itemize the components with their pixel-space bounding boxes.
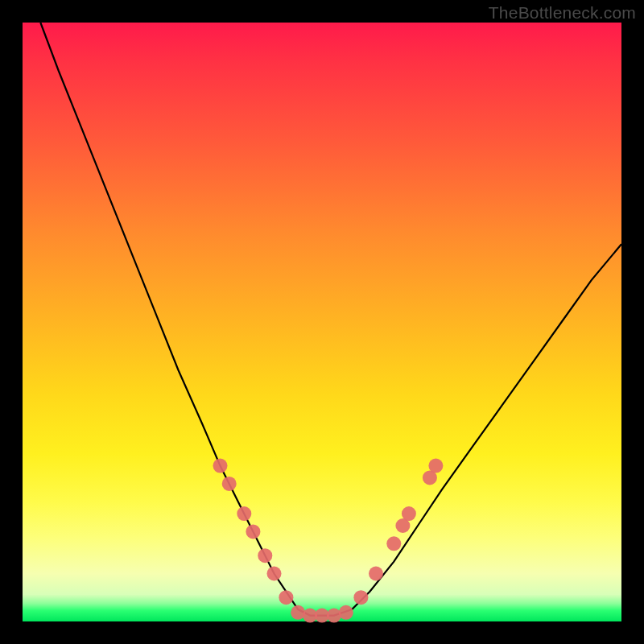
data-marker <box>353 590 368 605</box>
data-marker <box>402 506 416 521</box>
data-marker <box>246 524 260 539</box>
data-marker <box>428 459 443 473</box>
data-marker <box>222 477 237 491</box>
data-marker <box>213 459 228 473</box>
bottleneck-curve <box>40 23 621 616</box>
plot-area <box>23 23 621 621</box>
chart-svg <box>23 23 621 621</box>
data-marker <box>258 548 272 563</box>
chart-frame: TheBottleneck.com <box>0 0 644 644</box>
data-marker <box>339 605 353 620</box>
data-marker <box>279 590 293 605</box>
curve-layer <box>40 23 621 616</box>
data-marker <box>369 567 383 581</box>
data-marker <box>386 536 401 551</box>
data-marker <box>237 506 251 521</box>
watermark-text: TheBottleneck.com <box>489 3 636 23</box>
data-marker <box>267 567 282 581</box>
